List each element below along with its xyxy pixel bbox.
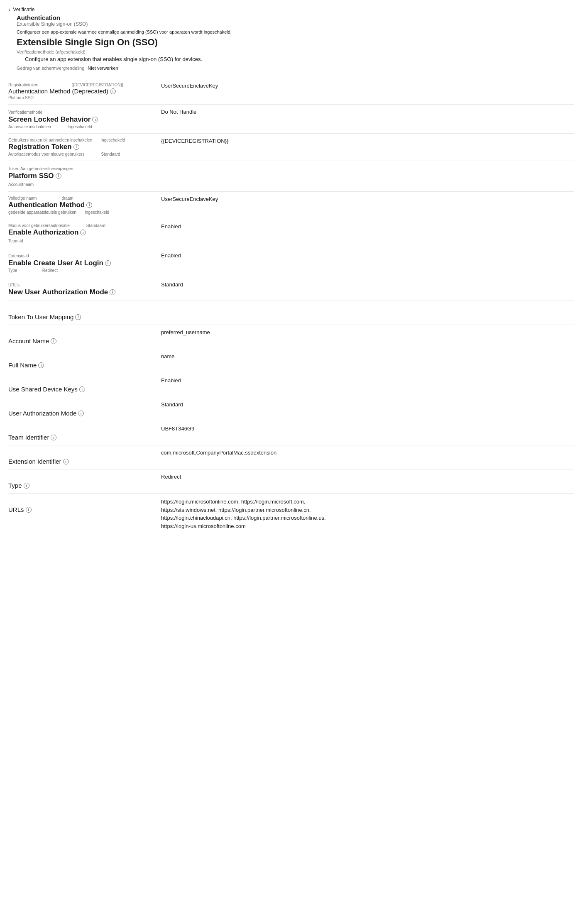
field-row-account-name: Account Name i preferred_username (8, 325, 574, 349)
field-label-col-1: Verificatiemethode Screen Locked Behavio… (8, 109, 158, 129)
info-icon-15[interactable]: i (24, 483, 29, 489)
field-row-urls: URLs i https://login.microsoftonline.com… (8, 494, 574, 534)
content-section: Registratietoken {{DEVICEREGISTRATION}} … (0, 78, 582, 534)
field-label-col-13: Team Identifier i (8, 425, 158, 441)
field-label-main-10: Full Name i (8, 362, 151, 369)
page-container: ‹ Verificatie Authentication Extensible … (0, 0, 582, 551)
auth-title: Authentication (8, 14, 574, 21)
field-value-col-5: Enabled (158, 223, 574, 230)
field-row-shared-device-keys: Use Shared Device Keys i Enabled (8, 373, 574, 397)
field-label-main-11: Use Shared Device Keys i (8, 386, 151, 393)
info-icon-11[interactable]: i (79, 386, 85, 392)
field-label-col-10: Full Name i (8, 353, 158, 369)
field-label-col-11: Use Shared Device Keys i (8, 377, 158, 393)
info-icon-3[interactable]: i (56, 173, 61, 179)
info-icon-9[interactable]: i (51, 338, 56, 344)
field-value-col-14: com.microsoft.CompanyPortalMac.ssoextens… (158, 450, 574, 456)
field-label-col-3: Token Aan gebruikerstoeswijzingen Platfo… (8, 165, 158, 187)
field-label-col-7: URL's New User Authorization Mode i (8, 281, 158, 296)
field-label-col-8: Token To User Mapping i (8, 305, 158, 320)
field-value-col-15: Redirect (158, 474, 574, 480)
field-value-col-1: Do Not Handle (158, 109, 574, 115)
field-label-col-4: Volledige naam draam Authentication Meth… (8, 196, 158, 215)
field-label-main-8: Token To User Mapping i (8, 313, 151, 320)
info-icon-0[interactable]: i (110, 88, 116, 94)
field-label-main-6: Enable Create User At Login i (8, 259, 151, 267)
field-row-extension-identifier: Extension Identifier i com.microsoft.Com… (8, 445, 574, 469)
breadcrumb-row: ‹ Verificatie (8, 6, 574, 13)
field-label-main-12: User Authorization Mode i (8, 410, 151, 417)
field-label-main-0: Authentication Method (Deprecated) i (8, 88, 151, 95)
back-arrow-icon[interactable]: ‹ (8, 6, 10, 13)
field-label-main-4: Authentication Method i (8, 201, 151, 209)
verification-label: Verificatiemethode (afgeschakeld) (0, 49, 582, 55)
urls-value: https://login.microsoftonline.com, https… (161, 499, 326, 529)
field-label-main-1: Screen Locked Behavior i (8, 115, 151, 124)
field-row-platform-sso: Token Aan gebruikerstoeswijzingen Platfo… (8, 161, 574, 192)
field-value-col-2: {{DEVICEREGISTRATION}} (158, 138, 574, 144)
info-icon-13[interactable]: i (51, 435, 56, 440)
info-icon-10[interactable]: i (38, 362, 44, 368)
field-label-col-16: URLs i (8, 498, 158, 513)
behavior-row: Gedrag van schermvergrendeling Niet verw… (0, 65, 582, 71)
field-row-token-mapping: Token To User Mapping i (8, 301, 574, 325)
field-row-full-name: Full Name i name (8, 349, 574, 373)
config-note: Configureer een app-extensie waarmee een… (0, 29, 582, 35)
field-value-col-7: Standard (158, 281, 574, 288)
field-row-enable-authorization: Modus voor gebruikersautorisatie Standaa… (8, 219, 574, 248)
field-label-col-9: Account Name i (8, 329, 158, 345)
field-row-type: Type i Redirect (8, 469, 574, 494)
info-icon-8[interactable]: i (75, 314, 81, 320)
header-top: ‹ Verificatie Authentication Extensible … (0, 3, 582, 27)
field-label-main-2: Registration Token i (8, 143, 151, 151)
behavior-value: Niet verwerken (88, 66, 118, 71)
field-row-auth-method: Volledige naam draam Authentication Meth… (8, 192, 574, 219)
field-label-col-5: Modus voor gebruikersautorisatie Standaa… (8, 223, 158, 244)
field-row-user-auth-mode: User Authorization Mode i Standard (8, 397, 574, 421)
field-label-main-13: Team Identifier i (8, 434, 151, 441)
field-label-col-15: Type i (8, 474, 158, 489)
field-value-col-9: preferred_username (158, 329, 574, 335)
field-label-col-0: Registratietoken {{DEVICEREGISTRATION}} … (8, 83, 158, 100)
field-label-main-14: Extension Identifier i (8, 458, 151, 465)
field-value-col-12: Standard (158, 401, 574, 408)
main-title: Extensible Single Sign On (SSO) (0, 35, 582, 49)
above-labels-0: Registratietoken {{DEVICEREGISTRATION}} (8, 83, 151, 87)
info-icon-5[interactable]: i (80, 230, 86, 235)
field-row-team-identifier: Team Identifier i UBF8T346G9 (8, 421, 574, 445)
field-row-new-user-auth: URL's New User Authorization Mode i Stan… (8, 277, 574, 301)
field-value-col-4: UserSecureEnclaveKey (158, 196, 574, 202)
field-label-main-16: URLs i (8, 506, 151, 513)
field-value-col-6: Enabled (158, 252, 574, 259)
field-label-col-2: Gebruikers maken bij aanmelden inschakel… (8, 138, 158, 156)
info-icon-2[interactable]: i (73, 144, 79, 150)
info-icon-6[interactable]: i (105, 260, 111, 266)
info-icon-7[interactable]: i (110, 289, 115, 295)
field-label-col-6: Extensie-id Enable Create User At Login … (8, 252, 158, 273)
info-icon-1[interactable]: i (92, 117, 98, 122)
field-value-col-0: UserSecureEnclaveKey (158, 83, 574, 89)
field-label-main-7: New User Authorization Mode i (8, 288, 151, 296)
breadcrumb-text: Verificatie (13, 7, 34, 12)
subtitle: Extensible Single sign-on (SSO) (8, 21, 574, 27)
info-icon-12[interactable]: i (78, 411, 84, 416)
main-divider (0, 75, 582, 75)
info-icon-16[interactable]: i (26, 507, 32, 513)
field-row-registration-token: Gebruikers maken bij aanmelden inschakel… (8, 134, 574, 161)
field-label-main-15: Type i (8, 482, 151, 489)
field-label-col-12: User Authorization Mode i (8, 401, 158, 417)
field-row-auth-method-deprecated: Registratietoken {{DEVICEREGISTRATION}} … (8, 78, 574, 105)
field-row-create-user-login: Extensie-id Enable Create User At Login … (8, 248, 574, 277)
info-icon-4[interactable]: i (86, 202, 92, 208)
field-value-col-11: Enabled (158, 377, 574, 384)
behavior-label: Gedrag van schermvergrendeling (17, 66, 84, 71)
description: Configure an app extension that enables … (0, 55, 582, 65)
field-value-col-16: https://login.microsoftonline.com, https… (158, 498, 574, 530)
field-label-main-9: Account Name i (8, 337, 151, 345)
info-icon-14[interactable]: i (63, 459, 69, 464)
field-label-main-5: Enable Authorization i (8, 228, 151, 237)
field-value-col-13: UBF8T346G9 (158, 425, 574, 432)
field-value-col-10: name (158, 353, 574, 359)
field-row-screen-locked: Verificatiemethode Screen Locked Behavio… (8, 105, 574, 134)
field-label-col-14: Extension Identifier i (8, 450, 158, 465)
